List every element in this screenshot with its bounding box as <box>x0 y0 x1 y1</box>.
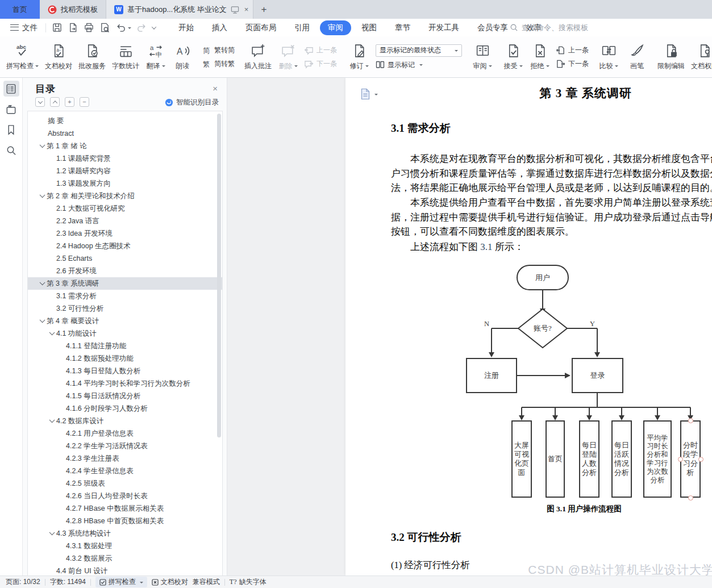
toc-item[interactable]: 4.2.2 学生学习活跃情况表 <box>28 440 222 452</box>
toc-item[interactable]: 4.2 数据库设计 <box>28 415 222 427</box>
toc-item[interactable]: 4.2.5 班级表 <box>28 477 222 490</box>
expand-all-button[interactable]: + <box>65 97 74 107</box>
toc-item[interactable]: 4.1.5 每日活跃情况分析 <box>28 390 222 402</box>
word-count-button[interactable]: 字数统计 <box>109 41 142 73</box>
simp-to-trad-button[interactable]: 繁 简转繁 <box>202 59 235 69</box>
collapse-up-button[interactable] <box>50 97 60 107</box>
flow-branch-node-selected[interactable]: 分时段学习分析 <box>680 420 701 498</box>
toc-item[interactable]: 1.1 课题研究背景 <box>28 152 222 165</box>
print-preview-button[interactable] <box>99 22 110 33</box>
revision-button[interactable]: 修订 <box>346 41 372 73</box>
review-pane-button[interactable]: 审阅 <box>469 36 496 77</box>
tab-home[interactable]: 首页 <box>0 0 40 19</box>
next-comment-button[interactable]: 下一条 <box>304 59 337 69</box>
prev-comment-button[interactable]: 上一条 <box>304 45 337 55</box>
toc-item[interactable]: 4.1.4 平均学习时长和学习行为次数分析 <box>28 377 222 390</box>
toc-item[interactable]: 4.2.1 用户登录信息表 <box>28 427 222 440</box>
toc-item[interactable]: 2.1 大数据可视化研究 <box>28 202 222 215</box>
doc-proofread-button[interactable]: a- 文档校对 <box>42 41 75 73</box>
flow-branch-node[interactable]: 大屏可视化页面 <box>511 420 532 498</box>
trad-to-simp-button[interactable]: 简 繁转简 <box>202 45 235 55</box>
save-button[interactable] <box>52 22 63 33</box>
toc-item[interactable]: 4.2.3 学生注册表 <box>28 452 222 465</box>
toc-panel-button[interactable] <box>3 81 19 97</box>
flow-register-node[interactable]: 注册 <box>466 358 517 393</box>
toc-item[interactable]: 4.1.1 登陆注册功能 <box>28 340 222 352</box>
compare-button[interactable]: 比较 <box>596 36 622 77</box>
document-page[interactable]: 第 3 章 系统调研 3.1 需求分析 本系统是对在现教育平台的数据分析和可视化… <box>345 78 712 576</box>
compat-mode-indicator[interactable]: 兼容模式 <box>193 577 220 587</box>
delete-comment-button[interactable]: 删除 <box>275 41 301 73</box>
selection-handle[interactable] <box>698 457 703 462</box>
tab-docer-templates[interactable]: 找稻壳模板 <box>40 0 106 19</box>
toolbar-more-icon[interactable] <box>152 26 156 30</box>
toc-item[interactable]: 4.3.2 数据展示 <box>28 552 222 565</box>
collapse-all-button[interactable]: − <box>80 97 89 107</box>
toc-item[interactable]: 4.2.7 HBase 中数据展示相关表 <box>28 502 222 515</box>
menu-item[interactable]: 插入 <box>204 20 235 35</box>
menu-item[interactable]: 开始 <box>170 20 202 35</box>
smart-recognize-button[interactable]: 智能识别目录 <box>165 98 219 107</box>
find-panel-button[interactable] <box>3 142 19 158</box>
toc-item[interactable]: Abstract <box>28 127 222 140</box>
toc-item[interactable]: 4.1.2 数据预处理功能 <box>28 352 222 365</box>
toc-item[interactable]: 4.1.6 分时段学习人数分析 <box>28 402 222 415</box>
toc-item[interactable]: 第 4 章 概要设计 <box>28 315 222 327</box>
flow-branch-node[interactable]: 首页 <box>546 420 565 498</box>
toc-item[interactable]: 4.2.4 学生登录信息表 <box>28 465 222 477</box>
doc-permission-button[interactable]: 文档权限 <box>688 41 712 73</box>
menu-item[interactable]: 开发工具 <box>420 20 467 35</box>
toc-item[interactable]: 1.3 课题发展方向 <box>28 177 222 190</box>
toc-item[interactable]: 摘 要 <box>28 115 222 127</box>
toc-item[interactable]: 2.3 Idea 开发环境 <box>28 227 222 240</box>
flow-start-node[interactable]: 用户 <box>517 265 569 290</box>
tab-document[interactable]: W 基于hadoop...化系统 毕业论文 × <box>106 0 253 19</box>
toc-item[interactable]: 4.1 功能设计 <box>28 327 222 340</box>
toc-item[interactable]: 第 2 章 相关理论和技术介绍 <box>28 190 222 202</box>
export-button[interactable] <box>68 22 78 33</box>
menu-item[interactable]: 章节 <box>387 20 418 35</box>
doc-proof-status[interactable]: 文档校对 <box>152 577 188 587</box>
close-tab-icon[interactable]: × <box>244 5 249 14</box>
toc-item[interactable]: 4.3 系统结构设计 <box>28 527 222 540</box>
toc-scrollbar[interactable] <box>217 114 221 437</box>
expand-down-button[interactable] <box>35 97 45 107</box>
next-revision-button[interactable]: 下一条 <box>556 59 589 69</box>
missing-font-indicator[interactable]: T? 缺失字体 <box>230 577 267 587</box>
markup-state-dropdown[interactable]: 显示标记的最终状态 <box>376 44 462 57</box>
toc-item[interactable]: 4.3.1 数据处理 <box>28 540 222 552</box>
selection-handle[interactable] <box>688 418 693 423</box>
word-count-indicator[interactable]: 字数: 11494 <box>50 577 86 587</box>
selection-handle[interactable] <box>678 457 683 462</box>
toc-item[interactable]: 2.6 开发环境 <box>28 265 222 277</box>
menu-item[interactable]: 页面布局 <box>238 20 284 35</box>
menu-item[interactable]: 引用 <box>286 20 318 35</box>
flow-decision-label[interactable]: 账号? <box>518 319 567 337</box>
accept-button[interactable]: 接受 <box>500 41 526 73</box>
translate-button[interactable]: a中 翻译 <box>143 41 169 73</box>
toc-item[interactable]: 1.2 课题研究内容 <box>28 165 222 177</box>
toc-item[interactable]: 第 3 章 系统调研 <box>28 277 222 290</box>
close-icon[interactable]: × <box>213 84 218 93</box>
toc-item[interactable]: 2.2 Java 语言 <box>28 215 222 227</box>
flow-login-node[interactable]: 登录 <box>572 358 623 393</box>
selection-handle[interactable] <box>688 495 693 501</box>
redo-button[interactable] <box>136 22 147 33</box>
comments-panel-button[interactable] <box>3 101 19 117</box>
menu-item[interactable]: 视图 <box>353 20 385 35</box>
toc-item[interactable]: 2.4 Hadoop 生态圈技术 <box>28 240 222 252</box>
print-button[interactable] <box>84 22 94 33</box>
toc-item[interactable]: 4.2.8 HBase 中首页数据相关表 <box>28 515 222 527</box>
restrict-edit-button[interactable]: 限制编辑 <box>655 41 688 73</box>
toc-item[interactable]: 2.5 Echarts <box>28 252 222 265</box>
toc-item[interactable]: 3.1 需求分析 <box>28 290 222 302</box>
read-aloud-button[interactable]: A 朗读 <box>169 41 195 73</box>
toc-item[interactable]: 4.4 前台 UI 设计 <box>28 565 222 577</box>
file-menu-button[interactable]: 文件 <box>6 23 42 33</box>
command-search[interactable]: 查找命令、搜索模板 <box>510 19 588 36</box>
undo-button[interactable] <box>115 22 131 33</box>
spell-check-toggle[interactable]: 拼写检查 <box>95 577 147 587</box>
reject-button[interactable]: 拒绝 <box>527 41 553 73</box>
undo-dropdown-caret[interactable] <box>128 27 131 31</box>
prev-revision-button[interactable]: 上一条 <box>556 45 589 55</box>
